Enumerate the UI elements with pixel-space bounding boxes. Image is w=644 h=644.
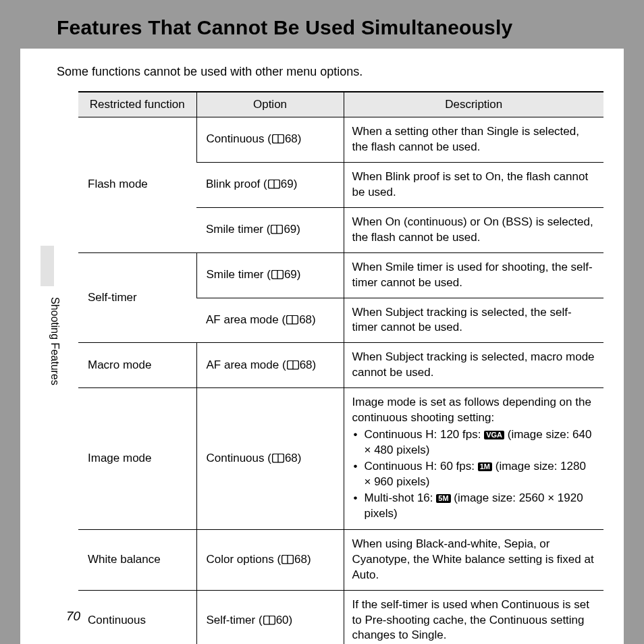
description-cell: When Subject tracking is selected, macro… — [344, 343, 603, 388]
description-cell: When Subject tracking is selected, the s… — [344, 298, 603, 343]
page-title: Features That Cannot Be Used Simultaneou… — [57, 16, 624, 39]
book-icon — [271, 270, 284, 279]
header-description: Description — [344, 92, 603, 117]
table-row: Self-timer Smile timer (69) When Smile t… — [78, 252, 603, 298]
book-icon — [281, 555, 294, 564]
option-cell: Smile timer (69) — [196, 252, 344, 298]
option-cell: AF area mode (68) — [196, 343, 344, 388]
manual-page: Features That Cannot Be Used Simultaneou… — [20, 0, 624, 644]
description-cell: Image mode is set as follows depending o… — [344, 388, 603, 530]
book-icon — [286, 315, 299, 325]
table-row: Flash mode Continuous (68) When a settin… — [78, 117, 603, 163]
book-icon — [286, 360, 300, 370]
option-cell: Continuous (68) — [196, 388, 344, 530]
description-cell: When On (continuous) or On (BSS) is sele… — [344, 207, 603, 252]
mode-badge: VGA — [484, 431, 504, 439]
description-cell: When Blink proof is set to On, the flash… — [344, 162, 603, 207]
list-item: Continuous H: 120 fps: VGA (image size: … — [352, 427, 596, 458]
restrictions-table: Restricted function Option Description F… — [78, 91, 603, 644]
description-cell: When a setting other than Single is sele… — [344, 117, 603, 163]
bullet-list: Continuous H: 120 fps: VGA (image size: … — [352, 427, 596, 522]
mode-badge: 1M — [478, 462, 492, 471]
restricted-cell: Flash mode — [78, 117, 196, 253]
description-cell: When using Black-and-white, Sepia, or Cy… — [344, 529, 603, 590]
restricted-cell: White balance — [78, 529, 196, 590]
side-tab — [41, 246, 54, 286]
restricted-cell: Image mode — [78, 388, 196, 530]
option-cell: Continuous (68) — [196, 117, 344, 163]
option-cell: Self-timer (60) — [196, 590, 344, 644]
book-icon — [267, 180, 281, 189]
list-item: Multi-shot 16: 5M (image size: 2560 × 19… — [352, 491, 596, 522]
book-icon — [271, 134, 285, 144]
table-header-row: Restricted function Option Description — [78, 92, 603, 117]
option-cell: AF area mode (68) — [196, 298, 344, 343]
description-cell: If the self-timer is used when Continuou… — [344, 590, 603, 644]
page-number: 70 — [66, 609, 80, 624]
option-cell: Color options (68) — [196, 529, 344, 590]
header-option: Option — [196, 92, 344, 117]
table-row: Image mode Continuous (68) Image mode is… — [78, 388, 603, 530]
book-icon — [263, 616, 276, 625]
mode-badge: 5M — [436, 494, 450, 503]
header-restricted: Restricted function — [78, 92, 196, 117]
list-item: Continuous H: 60 fps: 1M (image size: 12… — [352, 459, 596, 490]
book-icon — [270, 225, 284, 234]
restricted-cell: Macro mode — [78, 343, 196, 388]
book-icon — [271, 454, 285, 463]
table-row: White balance Color options (68) When us… — [78, 529, 603, 590]
table-row: Macro mode AF area mode (68) When Subjec… — [78, 343, 603, 388]
title-bar: Features That Cannot Be Used Simultaneou… — [20, 0, 624, 49]
section-label: Shooting Features — [49, 297, 61, 385]
restricted-cell: Self-timer — [78, 252, 196, 343]
table-row: Continuous Self-timer (60) If the self-t… — [78, 590, 603, 644]
option-cell: Smile timer (69) — [196, 207, 344, 252]
intro-text: Some functions cannot be used with other… — [57, 65, 624, 79]
description-cell: When Smile timer is used for shooting, t… — [344, 252, 603, 298]
restricted-cell: Continuous — [78, 590, 196, 644]
option-cell: Blink proof (69) — [196, 162, 344, 207]
